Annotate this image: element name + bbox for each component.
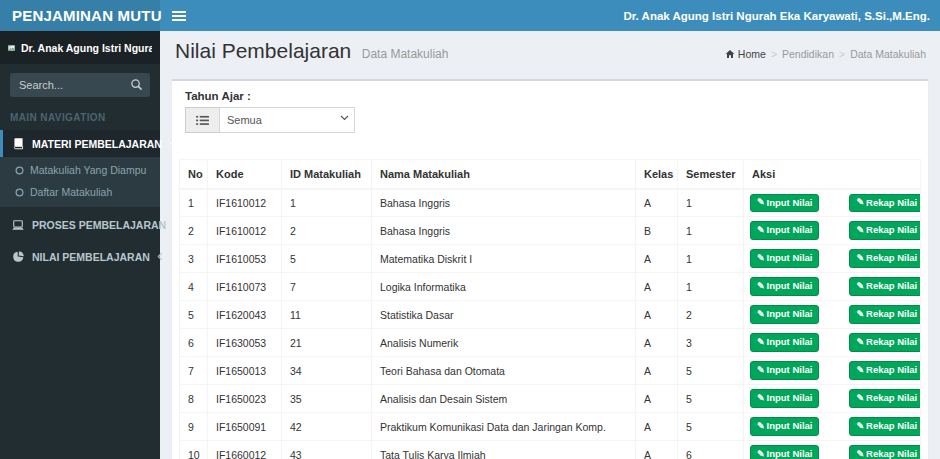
cell-kode: IF1610073	[208, 273, 282, 301]
brand-logo[interactable]: PENJAMINAN MUTU	[0, 0, 160, 31]
cell-kode: IF1610012	[208, 189, 282, 217]
cell-semester: 2	[678, 301, 744, 329]
input-nilai-button[interactable]: ✎Input Nilai	[750, 389, 819, 407]
cell-kode: IF1650013	[208, 357, 282, 385]
pencil-icon: ✎	[757, 226, 765, 235]
pencil-icon: ✎	[856, 366, 864, 375]
input-nilai-button[interactable]: ✎Input Nilai	[750, 361, 819, 379]
cell-no: 3	[180, 245, 208, 273]
cell-kelas: A	[636, 329, 678, 357]
rekap-nilai-button[interactable]: ✎Rekap Nilai	[849, 361, 920, 379]
rekap-nilai-button[interactable]: ✎Rekap Nilai	[849, 221, 920, 239]
input-nilai-button[interactable]: ✎Input Nilai	[750, 417, 819, 435]
cell-no: 7	[180, 357, 208, 385]
sidebar-user-panel: Dr. Anak Agung Istri Ngurah Eka Karyawat…	[0, 31, 160, 64]
cell-kode: IF1650023	[208, 385, 282, 413]
pencil-icon: ✎	[856, 310, 864, 319]
rekap-nilai-button[interactable]: ✎Rekap Nilai	[849, 389, 920, 407]
cell-nama: Bahasa Inggris	[372, 217, 636, 245]
input-nilai-button[interactable]: ✎Input Nilai	[750, 221, 819, 239]
hamburger-icon	[172, 11, 186, 13]
cell-aksi: ✎Input Nilai✎Rekap Nilai	[744, 357, 921, 385]
cell-nama: Praktikum Komunikasi Data dan Jaringan K…	[372, 413, 636, 441]
cell-kelas: A	[636, 301, 678, 329]
cell-semester: 1	[678, 217, 744, 245]
sidebar-item-proses-pembelajaran[interactable]: PROSES PEMBELAJARAN	[0, 212, 160, 238]
breadcrumb-home[interactable]: Home	[725, 48, 766, 60]
tahun-ajar-select[interactable]: Semua	[219, 107, 355, 133]
rekap-nilai-button[interactable]: ✎Rekap Nilai	[849, 333, 920, 351]
breadcrumb-pendidikan[interactable]: Pendidikan	[782, 48, 834, 60]
rekap-nilai-button[interactable]: ✎Rekap Nilai	[849, 277, 920, 295]
sidebar-toggle-button[interactable]	[160, 2, 198, 30]
cell-nama: Matematika Diskrit I	[372, 245, 636, 273]
rekap-nilai-button[interactable]: ✎Rekap Nilai	[849, 445, 920, 459]
input-nilai-button[interactable]: ✎Input Nilai	[750, 249, 819, 267]
cell-id: 2	[282, 217, 372, 245]
cell-kode: IF1630053	[208, 329, 282, 357]
header-no: No	[180, 160, 208, 189]
cell-kelas: A	[636, 357, 678, 385]
pencil-icon: ✎	[757, 394, 765, 403]
pencil-icon: ✎	[757, 282, 765, 291]
cell-no: 10	[180, 441, 208, 459]
header-aksi: Aksi	[744, 160, 921, 189]
input-nilai-button[interactable]: ✎Input Nilai	[750, 445, 819, 459]
search-input[interactable]	[10, 73, 150, 97]
table-row: 10IF166001243Tata Tulis Karya IlmiahA6✎I…	[180, 441, 921, 459]
breadcrumb: Home > Pendidikan > Data Matakuliah	[725, 48, 926, 60]
cell-no: 4	[180, 273, 208, 301]
laptop-icon	[11, 219, 25, 231]
cell-kelas: A	[636, 413, 678, 441]
cell-no: 9	[180, 413, 208, 441]
sidebar-item-daftar-matakuliah[interactable]: Daftar Matakuliah	[0, 181, 160, 203]
rekap-nilai-button[interactable]: ✎Rekap Nilai	[849, 194, 920, 212]
cell-id: 7	[282, 273, 372, 301]
input-nilai-button[interactable]: ✎Input Nilai	[750, 305, 819, 323]
cell-aksi: ✎Input Nilai✎Rekap Nilai	[744, 441, 921, 459]
rekap-nilai-button[interactable]: ✎Rekap Nilai	[849, 417, 920, 435]
cell-aksi: ✎Input Nilai✎Rekap Nilai	[744, 413, 921, 441]
cell-kode: IF1610012	[208, 217, 282, 245]
input-nilai-button[interactable]: ✎Input Nilai	[750, 194, 819, 212]
rekap-nilai-button[interactable]: ✎Rekap Nilai	[849, 249, 920, 267]
pencil-icon: ✎	[856, 254, 864, 263]
page-title: Nilai Pembelajaran	[175, 39, 351, 62]
pencil-icon: ✎	[757, 422, 765, 431]
search-icon[interactable]	[130, 78, 143, 94]
sidebar-item-nilai-pembelajaran[interactable]: NILAI PEMBELAJARAN	[0, 243, 160, 270]
sidebar-item-materi-pembelajaran[interactable]: MATERI PEMBELAJARAN	[0, 130, 160, 157]
broken-image-icon	[8, 42, 15, 54]
pencil-icon: ✎	[757, 338, 765, 347]
cell-nama: Teori Bahasa dan Otomata	[372, 357, 636, 385]
cell-semester: 5	[678, 385, 744, 413]
table-row: 9IF165009142Praktikum Komunikasi Data da…	[180, 413, 921, 441]
cell-id: 11	[282, 301, 372, 329]
pencil-icon: ✎	[856, 394, 864, 403]
table-header-row: No Kode ID Matakuliah Nama Matakuliah Ke…	[180, 160, 921, 189]
cell-kode: IF1610053	[208, 245, 282, 273]
top-navbar: PENJAMINAN MUTU Dr. Anak Agung Istri Ngu…	[0, 0, 940, 31]
cell-semester: 6	[678, 441, 744, 459]
sidebar-subitem-label: Matakuliah Yang Diampu	[30, 164, 146, 176]
cell-aksi: ✎Input Nilai✎Rekap Nilai	[744, 189, 921, 217]
pencil-icon: ✎	[856, 282, 864, 291]
rekap-nilai-button[interactable]: ✎Rekap Nilai	[849, 305, 920, 323]
content-header: Nilai Pembelajaran Data Matakuliah Home …	[160, 31, 940, 71]
cell-kelas: A	[636, 273, 678, 301]
cell-aksi: ✎Input Nilai✎Rekap Nilai	[744, 245, 921, 273]
table-row: 8IF165002335Analisis dan Desain SistemA5…	[180, 385, 921, 413]
input-nilai-button[interactable]: ✎Input Nilai	[750, 333, 819, 351]
tahun-ajar-filter: Semua	[185, 107, 355, 133]
input-nilai-button[interactable]: ✎Input Nilai	[750, 277, 819, 295]
table-row: 1IF16100121Bahasa InggrisA1✎Input Nilai✎…	[180, 189, 921, 217]
cell-aksi: ✎Input Nilai✎Rekap Nilai	[744, 301, 921, 329]
matakuliah-table-body: 1IF16100121Bahasa InggrisA1✎Input Nilai✎…	[180, 189, 921, 459]
pencil-icon: ✎	[856, 198, 864, 207]
cell-kelas: A	[636, 441, 678, 459]
cell-no: 8	[180, 385, 208, 413]
page-subtitle: Data Matakuliah	[362, 47, 449, 61]
cell-kode: IF1660012	[208, 441, 282, 459]
sidebar-item-matakuliah-yang-diampu[interactable]: Matakuliah Yang Diampu	[0, 159, 160, 181]
navbar-user-menu[interactable]: Dr. Anak Agung Istri Ngurah Eka Karyawat…	[613, 10, 940, 22]
